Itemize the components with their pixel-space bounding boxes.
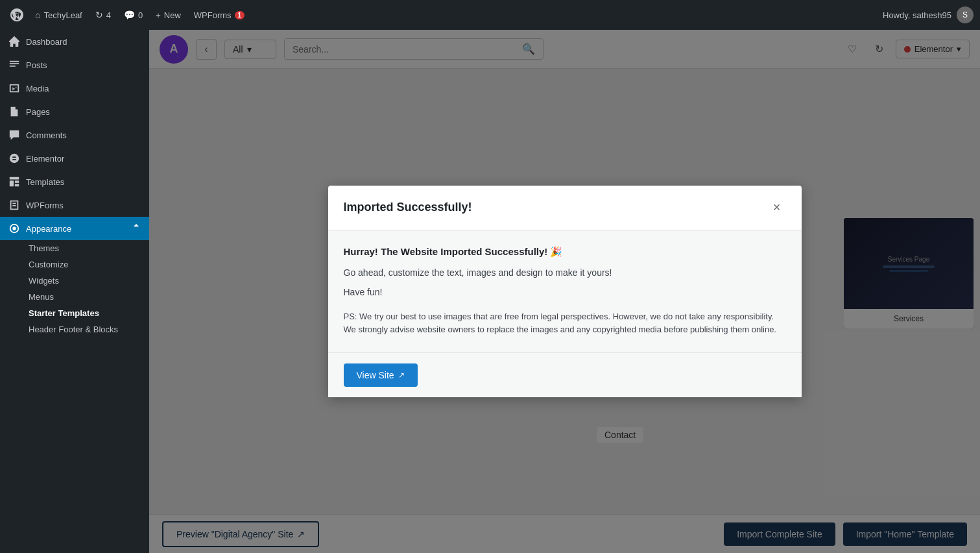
admin-bar-new[interactable]: + New xyxy=(150,0,186,30)
sidebar-item-appearance[interactable]: Appearance xyxy=(0,217,149,240)
collapse-arrow-icon xyxy=(131,223,141,235)
wpforms-icon xyxy=(8,199,21,212)
modal-footer: View Site ↗ xyxy=(328,352,802,397)
admin-bar-updates[interactable]: ↻ 4 xyxy=(90,0,116,30)
sidebar-item-starter-templates[interactable]: Starter Templates xyxy=(21,305,149,321)
modal-description-1: Go ahead, customize the text, images and… xyxy=(344,265,786,280)
sidebar-item-media[interactable]: Media xyxy=(0,77,149,100)
admin-bar-wpforms[interactable]: WPForms 1 xyxy=(189,0,250,30)
modal-close-button[interactable]: × xyxy=(768,199,786,217)
sidebar: Dashboard Posts Media Pages xyxy=(0,30,149,553)
appearance-submenu: Themes Customize Widgets Menus Starter T… xyxy=(0,240,149,338)
modal-overlay: Imported Successfully! × Hurray! The Web… xyxy=(149,30,980,553)
sidebar-item-header-footer[interactable]: Header Footer & Blocks xyxy=(21,321,149,338)
templates-icon xyxy=(8,175,21,188)
sidebar-item-templates[interactable]: Templates xyxy=(0,170,149,193)
elementor-icon xyxy=(8,152,21,165)
sidebar-item-dashboard[interactable]: Dashboard xyxy=(0,30,149,53)
wp-logo[interactable] xyxy=(6,5,27,25)
admin-bar-comments[interactable]: 💬 0 xyxy=(119,0,148,30)
pages-icon xyxy=(8,105,21,118)
howdy-text: Howdy, sathesh95 xyxy=(883,10,951,20)
dashboard-icon xyxy=(8,35,21,48)
external-link-icon: ↗ xyxy=(398,371,405,380)
sidebar-item-posts[interactable]: Posts xyxy=(0,53,149,77)
media-icon xyxy=(8,82,21,95)
sidebar-item-comments[interactable]: Comments xyxy=(0,123,149,147)
modal-title: Imported Successfully! xyxy=(344,201,472,214)
sidebar-item-elementor[interactable]: Elementor xyxy=(0,147,149,170)
sidebar-item-menus[interactable]: Menus xyxy=(21,289,149,305)
comments-icon xyxy=(8,129,21,141)
posts-icon xyxy=(8,58,21,71)
admin-bar-site[interactable]: ⌂ TechyLeaf xyxy=(30,0,88,30)
modal-note: PS: We try our best to use images that a… xyxy=(344,310,786,338)
view-site-button[interactable]: View Site ↗ xyxy=(344,363,418,387)
sidebar-item-wpforms[interactable]: WPForms xyxy=(0,193,149,217)
sidebar-item-customize[interactable]: Customize xyxy=(21,256,149,273)
sidebar-item-themes[interactable]: Themes xyxy=(21,240,149,256)
modal-header: Imported Successfully! × xyxy=(328,186,802,230)
wpforms-badge: 1 xyxy=(235,11,245,19)
avatar[interactable]: S xyxy=(957,6,974,23)
appearance-icon xyxy=(8,222,21,235)
admin-bar: ⌂ TechyLeaf ↻ 4 💬 0 + New WPForms 1 Howd… xyxy=(0,0,980,30)
sidebar-item-pages[interactable]: Pages xyxy=(0,100,149,123)
modal-success-text: Hurray! The Website Imported Successfull… xyxy=(344,246,786,258)
modal-body: Hurray! The Website Imported Successfull… xyxy=(328,230,802,352)
content-area: A ‹ All ▾ 🔍 ♡ ↻ Elementor ▾ xyxy=(149,30,980,553)
sidebar-item-widgets[interactable]: Widgets xyxy=(21,273,149,289)
success-modal: Imported Successfully! × Hurray! The Web… xyxy=(328,186,802,397)
modal-description-2: Have fun! xyxy=(344,285,786,299)
